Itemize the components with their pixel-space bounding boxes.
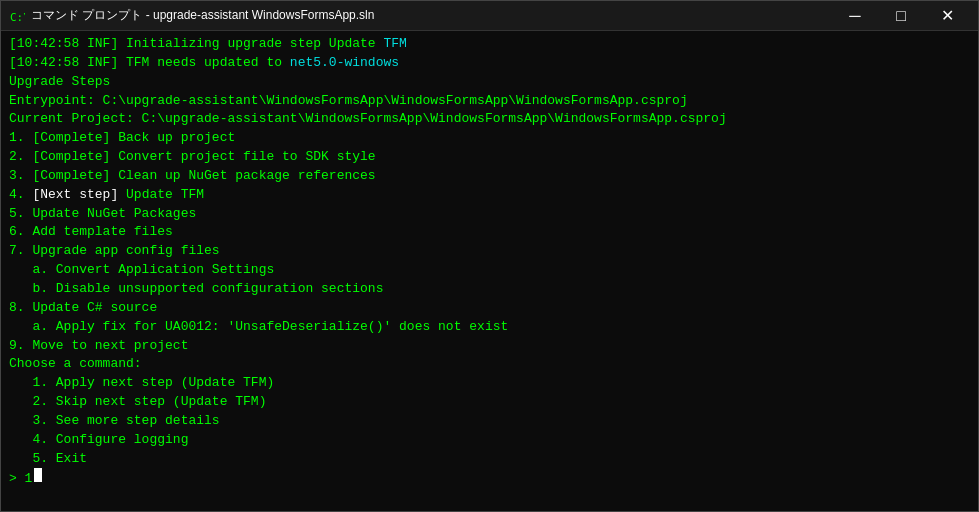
console-text: 6. Add template files	[9, 224, 173, 239]
console-text: a. Apply fix for UA0012: 'UnsafeDeserial…	[9, 319, 508, 334]
console-text: b. Disable unsupported configuration sec…	[9, 281, 383, 296]
console-text: 4.	[9, 187, 32, 202]
console-text: Upgrade Steps	[9, 74, 110, 89]
console-line: 4. Configure logging	[9, 431, 970, 450]
console-line: 7. Upgrade app config files	[9, 242, 970, 261]
console-output[interactable]: [10:42:58 INF] Initializing upgrade step…	[1, 31, 978, 511]
console-line: a. Apply fix for UA0012: 'UnsafeDeserial…	[9, 318, 970, 337]
console-text: net5.0-windows	[290, 55, 399, 70]
console-line: > 1	[9, 468, 970, 489]
console-text: 8. Update C# source	[9, 300, 157, 315]
console-line: 8. Update C# source	[9, 299, 970, 318]
cmd-window: C:\ コマンド プロンプト - upgrade-assistant Windo…	[0, 0, 979, 512]
console-line: a. Convert Application Settings	[9, 261, 970, 280]
console-line: 3. [Complete] Clean up NuGet package ref…	[9, 167, 970, 186]
console-line: 2. Skip next step (Update TFM)	[9, 393, 970, 412]
console-text: 1. Apply next step (Update TFM)	[9, 375, 274, 390]
console-text: Choose a command:	[9, 356, 142, 371]
console-line: 6. Add template files	[9, 223, 970, 242]
console-line: [10:42:58 INF] TFM needs updated to net5…	[9, 54, 970, 73]
console-text: 3. [Complete] Clean up NuGet package ref…	[9, 168, 376, 183]
console-line: 1. [Complete] Back up project	[9, 129, 970, 148]
console-line: 9. Move to next project	[9, 337, 970, 356]
close-button[interactable]: ✕	[924, 1, 970, 31]
console-line: 3. See more step details	[9, 412, 970, 431]
console-text: 5. Exit	[9, 451, 87, 466]
console-text: Update TFM	[118, 187, 204, 202]
console-text: 1. [Complete] Back up project	[9, 130, 235, 145]
console-text: 9. Move to next project	[9, 338, 188, 353]
console-line: [10:42:58 INF] Initializing upgrade step…	[9, 35, 970, 54]
console-text: [Next step]	[32, 187, 118, 202]
console-line: 5. Update NuGet Packages	[9, 205, 970, 224]
svg-text:C:\: C:\	[10, 11, 25, 24]
minimize-button[interactable]: ─	[832, 1, 878, 31]
console-text: 3. See more step details	[9, 413, 220, 428]
console-text: a. Convert Application Settings	[9, 262, 274, 277]
console-text: TFM	[383, 36, 406, 51]
console-line: Entrypoint: C:\upgrade-assistant\Windows…	[9, 92, 970, 111]
title-bar-left: C:\ コマンド プロンプト - upgrade-assistant Windo…	[9, 7, 374, 24]
console-line: 5. Exit	[9, 450, 970, 469]
window-title: コマンド プロンプト - upgrade-assistant WindowsFo…	[31, 7, 374, 24]
cmd-icon: C:\	[9, 8, 25, 24]
console-line: 2. [Complete] Convert project file to SD…	[9, 148, 970, 167]
console-line: Upgrade Steps	[9, 73, 970, 92]
window-controls: ─ □ ✕	[832, 1, 970, 31]
title-bar: C:\ コマンド プロンプト - upgrade-assistant Windo…	[1, 1, 978, 31]
cursor	[34, 468, 42, 482]
console-text: 2. Skip next step (Update TFM)	[9, 394, 266, 409]
console-line: Choose a command:	[9, 355, 970, 374]
maximize-button[interactable]: □	[878, 1, 924, 31]
console-line: 4. [Next step] Update TFM	[9, 186, 970, 205]
console-text: Entrypoint: C:\upgrade-assistant\Windows…	[9, 93, 688, 108]
console-text: 2. [Complete] Convert project file to SD…	[9, 149, 376, 164]
console-line: Current Project: C:\upgrade-assistant\Wi…	[9, 110, 970, 129]
console-text: [10:42:58 INF] Initializing upgrade step…	[9, 36, 383, 51]
console-text: 4. Configure logging	[9, 432, 188, 447]
console-text: > 1	[9, 471, 32, 486]
console-line: b. Disable unsupported configuration sec…	[9, 280, 970, 299]
console-text: 5. Update NuGet Packages	[9, 206, 196, 221]
console-line: 1. Apply next step (Update TFM)	[9, 374, 970, 393]
console-text: 7. Upgrade app config files	[9, 243, 220, 258]
console-text: Current Project: C:\upgrade-assistant\Wi…	[9, 111, 727, 126]
console-text: [10:42:58 INF] TFM needs updated to	[9, 55, 290, 70]
